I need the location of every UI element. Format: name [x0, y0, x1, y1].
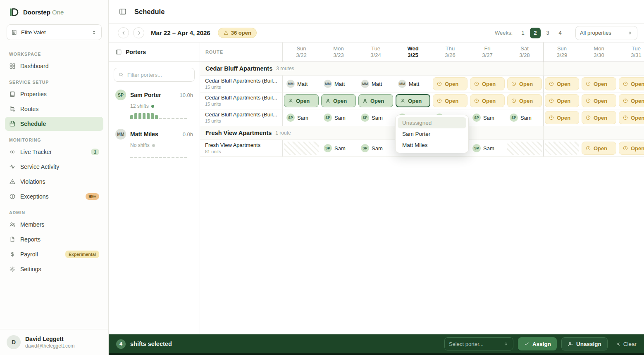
route-info: Fresh View Apartments 81 units: [200, 140, 283, 156]
day-cell: MMMatt: [283, 76, 320, 92]
sidebar-item-properties[interactable]: Properties: [5, 87, 103, 101]
shift-cell-assigned[interactable]: MMMatt: [396, 77, 430, 90]
porter-filter-input[interactable]: [127, 72, 190, 78]
shift-cell-open[interactable]: Open: [545, 77, 579, 90]
shift-cell-open-selected[interactable]: Open: [321, 94, 356, 107]
shift-cell-open[interactable]: Open: [545, 111, 579, 124]
shift-cell-open[interactable]: Open: [619, 142, 644, 155]
shift-cell-open[interactable]: Open: [470, 94, 505, 107]
warning-icon: [9, 178, 16, 185]
shift-cell-open[interactable]: Open: [433, 77, 467, 90]
panel-icon: [115, 49, 122, 55]
sidebar-item-dashboard[interactable]: Dashboard: [5, 59, 103, 73]
nav-section-heading: ADMIN: [9, 210, 99, 215]
sidebar-item-settings[interactable]: Settings: [5, 262, 103, 276]
sidebar-item-violations[interactable]: Violations: [5, 175, 103, 189]
sidebar-item-payroll[interactable]: PayrollExperimental: [5, 247, 103, 261]
shift-cell-open[interactable]: Open: [582, 142, 616, 155]
assign-porter-dropdown: UnassignedSam PorterMatt Miles: [395, 115, 469, 153]
day-date: 3/31: [618, 52, 644, 58]
workspace-name: Elite Valet: [21, 29, 46, 36]
clear-selection-button[interactable]: Clear: [615, 341, 637, 347]
nav-section-heading: SERVICE SETUP: [9, 80, 99, 85]
weeks-switcher: 1234: [518, 28, 565, 38]
shift-cell-assigned[interactable]: MMMatt: [321, 77, 356, 90]
sidebar-item-live-tracker[interactable]: Live Tracker1: [5, 145, 103, 159]
day-cell: Open: [543, 109, 580, 126]
assign-option-sam-porter[interactable]: Sam Porter: [398, 128, 466, 140]
clock-icon: [474, 81, 479, 87]
chevron-right-icon: [136, 30, 142, 36]
sidebar-item-members[interactable]: Members: [5, 218, 103, 232]
porter-shift-chart: [130, 151, 193, 159]
shift-cell-open[interactable]: Open: [619, 77, 644, 90]
sidebar-item-schedule[interactable]: Schedule: [5, 117, 103, 131]
calendar-icon: [9, 121, 16, 127]
shift-cell-open[interactable]: Open: [507, 77, 542, 90]
shift-porter-name: Sam: [520, 115, 532, 121]
shift-cell-open[interactable]: Open: [619, 111, 644, 124]
shift-cell-open[interactable]: Open: [582, 94, 616, 107]
day-of-week: Thu: [432, 45, 469, 52]
shift-cell-assigned[interactable]: SPSam: [358, 111, 393, 124]
day-cell: Open: [432, 92, 469, 109]
shift-avatar: MM: [361, 80, 369, 88]
shift-cell-open[interactable]: Open: [619, 94, 644, 107]
porter-list-item-matt-miles[interactable]: MM Matt Miles 0.0h No shifts: [109, 123, 200, 163]
shift-cell-open[interactable]: Open: [582, 77, 616, 90]
unassign-button[interactable]: Unassign: [561, 337, 608, 350]
day-header-mon-3-23: Mon 3/23: [320, 43, 357, 62]
sidebar-item-service-activity[interactable]: Service Activity: [5, 160, 103, 174]
properties-filter[interactable]: All properties: [575, 26, 637, 40]
shift-avatar: MM: [286, 80, 295, 88]
assign-option-unassigned[interactable]: Unassigned: [398, 117, 466, 128]
prev-week-button[interactable]: [118, 27, 129, 38]
shift-cell-open[interactable]: Open: [545, 94, 579, 107]
sidebar-toggle-button[interactable]: [119, 7, 127, 16]
sidebar-item-reports[interactable]: Reports: [5, 232, 103, 246]
workspace-selector[interactable]: Elite Valet: [7, 24, 102, 40]
building-icon: [9, 91, 16, 97]
shift-open-label: Open: [557, 115, 570, 121]
shift-cell-open[interactable]: Open: [582, 111, 616, 124]
sidebar-item-exceptions[interactable]: Exceptions99+: [5, 189, 103, 204]
porter-select[interactable]: Select porter...: [444, 337, 513, 350]
shift-cell-open-selected[interactable]: Open: [358, 94, 393, 107]
day-of-week: Sun: [544, 45, 580, 52]
shift-cell-assigned[interactable]: SPSam: [321, 142, 356, 155]
shift-cell-open-selected[interactable]: Open: [284, 94, 319, 107]
shift-cell-assigned[interactable]: MMMatt: [284, 77, 319, 90]
assign-option-matt-miles[interactable]: Matt Miles: [398, 140, 466, 151]
week-button-2[interactable]: 2: [530, 28, 541, 38]
assign-button[interactable]: Assign: [518, 337, 557, 350]
day-date: 3/25: [394, 52, 432, 58]
shift-cell-assigned[interactable]: SPSam: [470, 111, 505, 124]
shift-cell-assigned[interactable]: SPSam: [507, 111, 542, 124]
shift-cell-assigned[interactable]: SPSam: [321, 111, 356, 124]
next-week-button[interactable]: [133, 27, 144, 38]
shift-status-dot: [151, 105, 154, 108]
shift-cell-open-selected-focused[interactable]: Open: [396, 94, 430, 107]
shift-cell-assigned[interactable]: SPSam: [470, 142, 505, 155]
porters-panel-header: Porters: [109, 43, 200, 62]
shift-cell-assigned[interactable]: SPSam: [284, 111, 319, 124]
open-shifts-count: 36 open: [231, 30, 251, 36]
shift-open-label: Open: [557, 98, 570, 104]
shift-cell-assigned[interactable]: MMMatt: [358, 77, 393, 90]
shift-cell-open[interactable]: Open: [433, 94, 467, 107]
porter-list-item-sam-porter[interactable]: SP Sam Porter 10.0h 12 shifts: [109, 84, 200, 123]
open-shifts-badge[interactable]: 36 open: [218, 28, 257, 38]
user-profile[interactable]: D David Leggett david@theleggett.com: [0, 329, 108, 355]
day-date: 3/28: [506, 52, 543, 58]
shift-cell-assigned[interactable]: SPSam: [358, 142, 393, 155]
week-button-3[interactable]: 3: [542, 28, 553, 38]
route-info: Cedar Bluff Apartments (Buil... 15 units: [200, 109, 283, 126]
shift-cell-open[interactable]: Open: [470, 77, 505, 90]
sidebar-item-routes[interactable]: Routes: [5, 102, 103, 116]
porter-shift-chart: [130, 112, 193, 119]
day-cell: SPSam: [469, 109, 506, 126]
week-button-1[interactable]: 1: [518, 28, 528, 38]
week-button-4[interactable]: 4: [555, 28, 565, 38]
brand-name: Doorstep: [23, 9, 50, 16]
shift-cell-open[interactable]: Open: [507, 94, 542, 107]
